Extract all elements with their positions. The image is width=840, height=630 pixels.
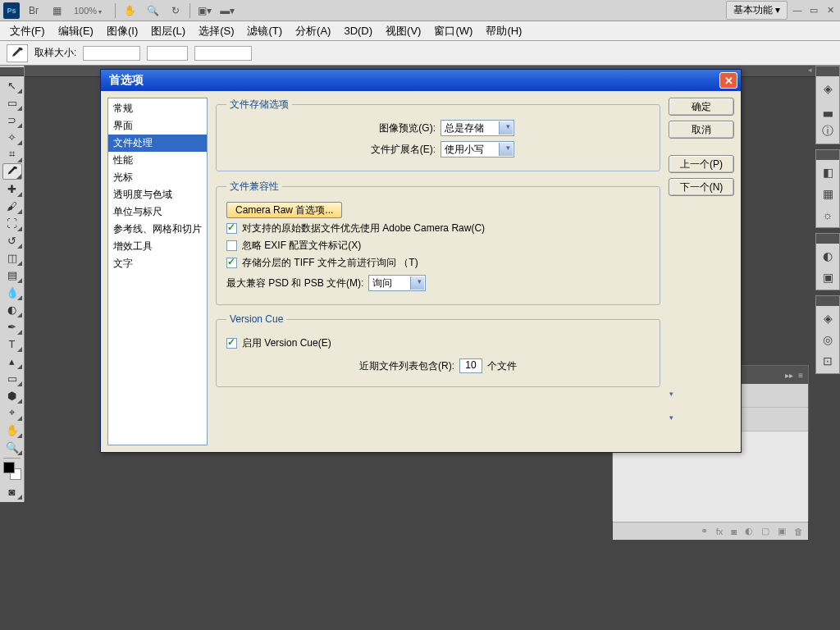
menu-3d[interactable]: 3D(D) [339,23,377,39]
color-swatches[interactable] [3,462,21,480]
category-plugins[interactable]: 增效工具 [108,238,207,255]
pen-tool[interactable]: ✒ [2,318,22,335]
layers-icon[interactable]: ◈ [819,309,837,327]
gradient-tool[interactable]: ▤ [2,267,22,283]
next-button[interactable]: 下一个(N) [669,178,734,196]
recent-files-input[interactable]: 10 [459,358,482,373]
marquee-tool[interactable]: ▭ [2,94,22,111]
ok-button[interactable]: 确定 [669,98,734,116]
menu-view[interactable]: 视图(V) [381,22,426,40]
close-icon[interactable]: ✕ [719,72,737,89]
ignore-exif-checkbox[interactable] [226,240,237,251]
category-transparency[interactable]: 透明度与色域 [108,186,207,203]
panel-collapse-icon[interactable]: ▸▸ [785,371,793,380]
paths-icon[interactable]: ⊡ [819,352,837,370]
bridge-button[interactable]: Br [25,2,43,19]
file-saving-legend: 文件存储选项 [226,98,292,112]
path-selection-tool[interactable]: ▴ [2,353,22,369]
max-compat-select[interactable]: 询问 [368,275,426,291]
masks-icon[interactable]: ▣ [819,268,837,286]
screen-mode2-button[interactable]: ▬▾ [218,2,236,19]
link-layers-icon[interactable]: ⚭ [701,526,708,536]
menu-file[interactable]: 文件(F) [5,22,50,40]
lasso-tool[interactable]: ⊃ [2,112,22,128]
zoom-tool[interactable]: 🔍 [2,439,22,455]
enable-version-cue-checkbox[interactable] [226,338,237,349]
adjustments-icon[interactable]: ◐ [819,247,837,265]
new-layer-icon[interactable]: ▣ [778,526,786,536]
eyedropper-tool[interactable] [2,163,22,180]
healing-brush-tool[interactable]: ✚ [2,180,22,197]
image-preview-select[interactable]: 总是存储 [441,120,514,136]
menu-analysis[interactable]: 分析(A) [290,22,336,40]
menu-help[interactable]: 帮助(H) [481,22,527,40]
close-app-button[interactable]: ✕ [824,5,837,16]
panel-menu-icon[interactable]: ≡ [798,371,803,380]
quick-mask-button[interactable]: ◙ [2,483,22,500]
prefer-camera-raw-checkbox[interactable] [226,223,237,234]
workspace-switcher[interactable]: 基本功能 ▾ [726,1,788,20]
shape-tool[interactable]: ▭ [2,370,22,386]
adjustment-layer-icon[interactable]: ◐ [745,526,753,536]
sample-size-input[interactable] [83,46,140,61]
prev-button[interactable]: 上一个(P) [669,155,734,173]
camera-raw-prefs-button[interactable]: Camera Raw 首选项... [226,202,342,218]
category-type[interactable]: 文字 [108,255,207,272]
swatches-icon[interactable]: ▦ [819,185,837,203]
cancel-button[interactable]: 取消 [669,121,734,139]
arrange-documents-button[interactable]: ▣▾ [195,2,213,19]
3d-tool[interactable]: ⬢ [2,387,22,404]
category-general[interactable]: 常规 [108,100,207,117]
options-input-2[interactable] [147,46,188,61]
category-interface[interactable]: 界面 [108,117,207,135]
color-panel-group: ◧ ▦ ☼ [815,149,840,228]
file-extension-select[interactable]: 使用小写 [441,141,514,158]
menu-image[interactable]: 图像(I) [102,22,143,40]
type-tool[interactable]: T [2,336,22,352]
foreground-color[interactable] [3,462,15,473]
options-input-3[interactable] [194,46,252,61]
menu-edit[interactable]: 编辑(E) [53,22,98,40]
dialog-titlebar[interactable]: 首选项 ✕ [101,70,741,91]
layer-mask-icon[interactable]: ◙ [731,527,737,536]
delete-layer-icon[interactable]: 🗑 [794,527,803,536]
magic-wand-tool[interactable]: ✧ [2,129,22,145]
rotate-icon[interactable]: ↻ [167,2,185,19]
eraser-tool[interactable]: ◫ [2,249,22,266]
group-icon[interactable]: ▢ [761,526,769,536]
info-icon[interactable]: ⓘ [819,122,837,140]
channels-icon[interactable]: ◎ [819,331,837,349]
dodge-tool[interactable]: ◐ [2,301,22,317]
menu-select[interactable]: 选择(S) [194,22,239,40]
hand-icon[interactable]: ✋ [121,2,139,19]
restore-button[interactable]: ▭ [807,5,820,16]
screen-mode-button[interactable]: ▦ [48,2,66,19]
category-performance[interactable]: 性能 [108,152,207,169]
blur-tool[interactable]: 💧 [2,284,22,300]
hand-tool[interactable]: ✋ [2,422,22,438]
preferences-category-list[interactable]: 常规 界面 文件处理 性能 光标 透明度与色域 单位与标尺 参考线、网格和切片 … [107,98,208,445]
color-icon[interactable]: ◧ [819,163,837,181]
category-guides[interactable]: 参考线、网格和切片 [108,221,207,238]
ask-tiff-checkbox[interactable] [226,258,237,268]
menu-window[interactable]: 窗口(W) [429,22,477,40]
category-file-handling[interactable]: 文件处理 [108,135,207,152]
menu-filter[interactable]: 滤镜(T) [242,22,287,40]
move-tool[interactable]: ↖ [2,77,22,94]
brush-tool[interactable]: 🖌 [2,198,22,214]
styles-icon[interactable]: ☼ [819,206,837,224]
layer-style-icon[interactable]: fx [716,527,724,536]
zoom-combo[interactable]: 100% [71,6,110,16]
history-brush-tool[interactable]: ↺ [2,232,22,249]
crop-tool[interactable]: ⌗ [2,146,22,162]
histogram-icon[interactable]: ▃ [819,101,837,119]
zoom-icon[interactable]: 🔍 [144,2,162,19]
minimize-button[interactable]: — [791,5,804,16]
menu-layer[interactable]: 图层(L) [146,22,190,40]
clone-stamp-tool[interactable]: ⛶ [2,215,22,231]
category-units[interactable]: 单位与标尺 [108,203,207,221]
category-cursors[interactable]: 光标 [108,169,207,186]
eyedropper-icon[interactable] [7,44,28,62]
3d-camera-tool[interactable]: ⌖ [2,404,22,421]
navigator-icon[interactable]: ◈ [819,80,837,98]
